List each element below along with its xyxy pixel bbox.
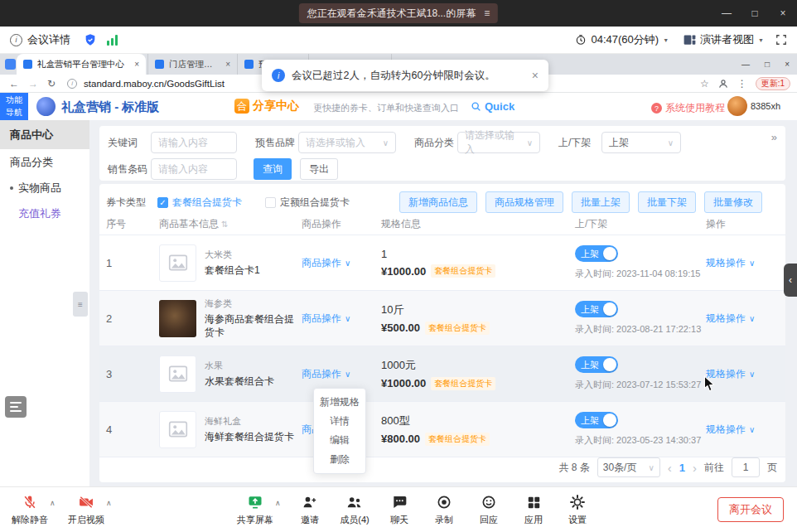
meeting-info-icon[interactable]: i bbox=[10, 34, 22, 46]
settings-button[interactable]: 设置 bbox=[553, 493, 602, 526]
sidebar-section-product-center[interactable]: 商品中心 bbox=[0, 120, 89, 149]
profile-icon[interactable] bbox=[717, 78, 729, 89]
minimize-button[interactable]: — bbox=[712, 0, 741, 27]
apps-button[interactable]: 应用 bbox=[509, 493, 558, 526]
fullscreen-icon[interactable] bbox=[775, 34, 787, 46]
spec-op-link[interactable]: 规格操作∨ bbox=[706, 312, 755, 326]
record-button[interactable]: 录制 bbox=[419, 493, 469, 526]
menu-item-edit[interactable]: 编辑 bbox=[314, 431, 365, 450]
product-op-link[interactable]: 商品操作∨ bbox=[302, 367, 350, 381]
view-mode-caret-icon[interactable]: ▼ bbox=[758, 37, 764, 43]
category-select[interactable]: 请选择或输入 ∨ bbox=[457, 132, 540, 153]
reload-icon[interactable]: ↻ bbox=[47, 78, 56, 89]
prev-page-icon[interactable]: ‹ bbox=[668, 461, 672, 475]
table-row[interactable]: 4 海鲜礼盒海鲜套餐组合提货卡 商品操作∨ 800型 ¥800.00套餐组合提货… bbox=[99, 402, 785, 457]
table-row[interactable]: 3 水果水果套餐组合卡 商品操作∨ 1000元 ¥1000.00套餐组合提货卡 … bbox=[99, 346, 785, 402]
mic-options-caret-icon[interactable]: ∧ bbox=[50, 499, 56, 507]
function-nav-toggle[interactable]: 功能导航 bbox=[0, 93, 28, 120]
page-size-select[interactable]: 30条/页 ∨ bbox=[597, 457, 660, 477]
react-button[interactable]: 回应 bbox=[464, 493, 514, 526]
checkbox-package-card[interactable]: ✓ bbox=[157, 197, 168, 208]
forward-icon[interactable]: → bbox=[28, 78, 38, 89]
sidebar-item-physical[interactable]: 实物商品 bbox=[0, 175, 89, 201]
export-button[interactable]: 导出 bbox=[300, 158, 338, 180]
panel-expand-tab[interactable]: ‹ bbox=[784, 264, 797, 297]
next-page-icon[interactable]: › bbox=[693, 461, 697, 475]
product-op-link[interactable]: 商品操作∨ bbox=[302, 312, 350, 326]
browser-close-button[interactable]: × bbox=[785, 60, 790, 69]
network-signal-icon[interactable] bbox=[107, 35, 118, 46]
shelf-toggle[interactable]: 上架 bbox=[575, 301, 618, 317]
browser-update-chip[interactable]: 更新:1 bbox=[756, 77, 790, 90]
sort-icon[interactable]: ⇅ bbox=[221, 220, 228, 229]
shelf-toggle[interactable]: 上架 bbox=[575, 356, 618, 373]
checkbox-package-card-label[interactable]: 套餐组合提货卡 bbox=[172, 196, 242, 210]
url-text[interactable]: standard.maboy.cn/GoodsGiftList bbox=[84, 79, 225, 89]
browser-logo-icon[interactable] bbox=[5, 59, 16, 70]
browser-maximize-button[interactable]: □ bbox=[765, 60, 770, 69]
checkbox-fixed-card-label[interactable]: 定额组合提货卡 bbox=[280, 196, 350, 210]
close-button[interactable]: × bbox=[769, 0, 797, 27]
collapse-filters-icon[interactable]: » bbox=[771, 131, 777, 143]
user-avatar[interactable] bbox=[727, 96, 747, 116]
sidebar-collapse-handle[interactable]: ≡ bbox=[73, 292, 88, 317]
shelf-toggle[interactable]: 上架 bbox=[575, 245, 618, 262]
bookmark-star-icon[interactable]: ☆ bbox=[700, 78, 709, 89]
sidebar-item-category[interactable]: 商品分类 bbox=[0, 149, 89, 175]
browser-minimize-button[interactable]: — bbox=[741, 60, 750, 69]
menu-item-delete[interactable]: 删除 bbox=[314, 450, 365, 469]
menu-item-add-spec[interactable]: 新增规格 bbox=[314, 393, 365, 412]
add-product-button[interactable]: 新增商品信息 bbox=[399, 191, 477, 213]
search-button[interactable]: 查询 bbox=[254, 158, 292, 180]
batch-edit-button[interactable]: 批量修改 bbox=[704, 191, 762, 213]
keyword-input[interactable] bbox=[151, 132, 237, 153]
banner-menu-icon[interactable]: ≡ bbox=[484, 7, 490, 19]
meeting-details-link[interactable]: 会议详情 bbox=[27, 32, 70, 47]
annotation-tools-button[interactable] bbox=[5, 396, 27, 418]
batch-on-shelf-button[interactable]: 批量上架 bbox=[572, 191, 630, 213]
share-screen-button[interactable]: 共享屏幕 bbox=[230, 493, 280, 526]
start-video-button[interactable]: 开启视频 bbox=[61, 493, 111, 526]
table-row[interactable]: 2 海参类海参商品套餐组合提货卡 商品操作∨ 10斤 ¥500.00套餐组合提货… bbox=[99, 291, 785, 346]
brand-select[interactable]: 请选择或输入 ∨ bbox=[298, 132, 396, 153]
quick-search-link[interactable]: Quick bbox=[471, 100, 514, 113]
menu-item-detail[interactable]: 详情 bbox=[314, 412, 365, 431]
share-options-caret-icon[interactable]: ∧ bbox=[275, 499, 281, 507]
spec-op-link[interactable]: 规格操作∨ bbox=[706, 256, 755, 270]
browser-tab-active[interactable]: 礼盒营销平台管理中心 × bbox=[17, 54, 146, 75]
unmute-button[interactable]: 解除静音 bbox=[5, 493, 55, 526]
barcode-input[interactable] bbox=[151, 158, 237, 180]
share-center-link[interactable]: 合 分享中心 bbox=[234, 99, 299, 114]
spec-op-link[interactable]: 规格操作∨ bbox=[706, 423, 755, 437]
shelf-toggle[interactable]: 上架 bbox=[575, 412, 618, 428]
toast-close-icon[interactable]: × bbox=[532, 69, 539, 82]
back-icon[interactable]: ← bbox=[9, 78, 19, 89]
members-button[interactable]: 成员(4) bbox=[330, 493, 379, 526]
current-page[interactable]: 1 bbox=[679, 462, 685, 474]
checkbox-fixed-card[interactable] bbox=[265, 197, 276, 208]
shelf-select[interactable]: 上架 ∨ bbox=[601, 132, 681, 153]
leave-meeting-button[interactable]: 离开会议 bbox=[717, 497, 784, 522]
browser-tab[interactable]: 门店管理中心 × bbox=[147, 54, 237, 75]
chat-button[interactable]: 聊天 bbox=[374, 493, 424, 526]
tab-close-icon[interactable]: × bbox=[134, 60, 139, 69]
goto-page-input[interactable] bbox=[732, 457, 760, 477]
security-shield-icon[interactable] bbox=[84, 33, 97, 46]
spec-op-link[interactable]: 规格操作∨ bbox=[706, 367, 755, 381]
site-info-icon[interactable]: i bbox=[67, 79, 77, 89]
more-menu-icon[interactable]: ⋮ bbox=[737, 78, 747, 89]
maximize-button[interactable]: □ bbox=[741, 0, 769, 27]
tab-close-icon[interactable]: × bbox=[225, 60, 230, 69]
invite-button[interactable]: 邀请 bbox=[285, 493, 335, 526]
view-mode-selector[interactable]: 演讲者视图 bbox=[700, 32, 754, 47]
toggle-knob bbox=[603, 414, 616, 427]
tutorial-link[interactable]: ? 系统使用教程 bbox=[651, 101, 725, 115]
timer-caret-icon[interactable]: ▼ bbox=[663, 37, 669, 43]
sidebar-item-voucher[interactable]: 充值礼券 bbox=[0, 201, 89, 226]
batch-off-shelf-button[interactable]: 批量下架 bbox=[638, 191, 696, 213]
product-op-link[interactable]: 商品操作∨ bbox=[302, 256, 350, 270]
meeting-timer[interactable]: 04:47(60分钟) bbox=[591, 32, 659, 47]
video-options-caret-icon[interactable]: ∧ bbox=[106, 499, 112, 507]
spec-manage-button[interactable]: 商品规格管理 bbox=[485, 191, 563, 213]
table-row[interactable]: 1 大米类套餐组合卡1 商品操作∨ 1 ¥1000.00套餐组合提货卡 上架 录… bbox=[99, 235, 785, 291]
